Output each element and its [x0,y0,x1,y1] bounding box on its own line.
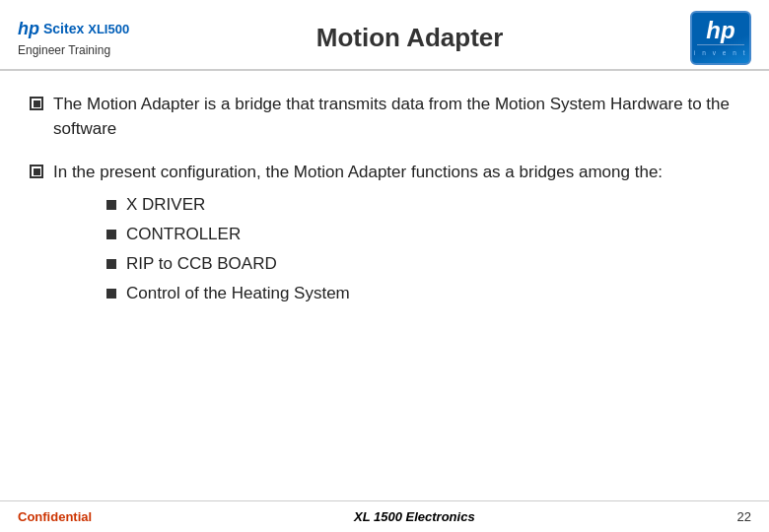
sub-bullet-text-4: Control of the Heating System [126,284,350,303]
sub-bullet-text-2: CONTROLLER [126,225,241,244]
invent-text: i n v e n t [694,49,747,56]
footer: Confidential XL 1500 Electronics 22 [0,500,769,532]
logo-area: hp Scitex XLI500 Engineer Training [18,19,129,57]
bullet-text-1: The Motion Adapter is a bridge that tran… [53,93,739,141]
page-number: 22 [737,509,751,524]
hp-scitex-logo: hp Scitex XLI500 [18,19,129,39]
hp-brand-logo: hp i n v e n t [690,11,751,65]
hp-logo-text: hp [18,19,39,39]
sub-bullet-item-2: CONTROLLER [106,225,663,244]
sub-bullet-item-4: Control of the Heating System [106,284,663,303]
sub-bullet-text-3: RIP to CCB BOARD [126,254,277,274]
bullet-item-1: The Motion Adapter is a bridge that tran… [30,93,739,141]
sub-bullet-square-3 [106,259,116,269]
sub-bullet-text-1: X DRIVER [126,195,205,215]
sub-bullets: X DRIVER CONTROLLER RIP to CCB BOARD Con… [106,195,663,303]
scitex-text: Scitex [43,21,84,36]
page-title: Motion Adapter [129,23,690,53]
xl1500-text: XLI500 [88,22,129,36]
sub-bullet-square-1 [106,200,116,210]
logo-divider [697,44,744,46]
confidential-label: Confidential [18,509,92,524]
footer-center-label: XL 1500 Electronics [354,509,475,524]
sub-bullet-item-3: RIP to CCB BOARD [106,254,663,274]
main-content: The Motion Adapter is a bridge that tran… [0,71,769,343]
sub-bullet-square-4 [106,289,116,299]
sub-bullet-square-2 [106,230,116,239]
engineer-training-label: Engineer Training [18,43,110,57]
header: hp Scitex XLI500 Engineer Training Motio… [0,0,769,71]
bullet-item-2: In the present configuration, the Motion… [30,161,739,313]
bullet-square-1 [30,97,43,110]
bullet-square-2 [30,165,43,178]
hp-icon: hp [706,19,734,42]
bullet-text-2: In the present configuration, the Motion… [53,161,663,185]
sub-bullet-item-1: X DRIVER [106,195,663,215]
